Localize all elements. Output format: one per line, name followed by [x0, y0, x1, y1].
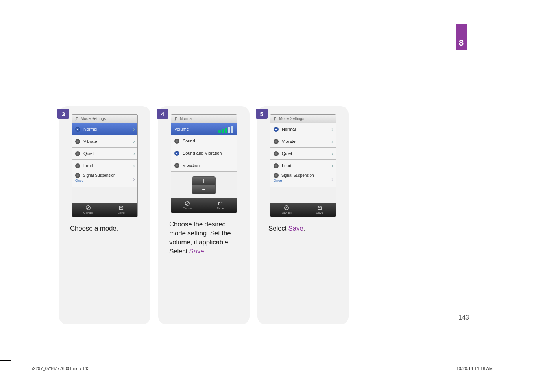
button-label: Save — [316, 211, 323, 214]
phone-header: Normal — [171, 115, 237, 123]
radio-icon — [75, 151, 80, 156]
save-button[interactable]: Save — [105, 203, 138, 217]
page-number: 143 — [458, 314, 469, 321]
radio-icon — [274, 127, 279, 132]
step-badge: 3 — [57, 109, 69, 119]
note-icon — [74, 116, 79, 121]
radio-icon — [75, 139, 80, 144]
chevron-right-icon: › — [133, 163, 135, 169]
phone-title: Mode Settings — [279, 116, 304, 121]
option-row-vibration[interactable]: Vibration — [171, 159, 237, 172]
mode-row-loud[interactable]: Loud › — [270, 160, 336, 172]
button-label: Cancel — [83, 211, 93, 214]
radio-icon — [174, 163, 179, 168]
footer-right: 10/20/14 11:18 AM — [457, 366, 493, 371]
step-caption: Choose a mode. — [70, 224, 139, 233]
button-label: Save — [217, 207, 224, 210]
mode-row-normal[interactable]: Normal › — [72, 123, 137, 135]
note-icon — [174, 116, 178, 121]
row-label: Normal — [282, 127, 296, 131]
row-label: Signal Suspension — [83, 173, 116, 178]
cancel-button[interactable]: Cancel — [72, 203, 105, 217]
cancel-button[interactable]: Cancel — [171, 198, 204, 213]
chevron-right-icon: › — [133, 176, 135, 182]
phone-header: Mode Settings — [270, 115, 336, 123]
row-label: Quiet — [282, 151, 292, 156]
crop-mark — [22, 361, 22, 372]
phone-footer: Cancel Save — [270, 203, 336, 217]
chevron-right-icon: › — [331, 126, 333, 132]
step-card-3: 3 Mode Settings Normal › Vibrate › Quiet… — [59, 106, 150, 324]
save-icon — [218, 201, 223, 206]
phone-screenshot: Mode Settings Normal › Vibrate › Quiet ›… — [72, 114, 138, 217]
phone-title: Mode Settings — [81, 116, 106, 121]
print-footer: 52297_07167776001.indb 143 10/20/14 11:1… — [31, 366, 493, 371]
chevron-right-icon: › — [133, 126, 135, 132]
row-label: Vibrate — [83, 139, 97, 144]
chevron-right-icon: › — [331, 176, 333, 182]
save-button[interactable]: Save — [204, 198, 237, 213]
caption-accent: Save — [288, 225, 303, 232]
row-label: Quiet — [83, 151, 94, 156]
button-label: Cancel — [183, 207, 192, 210]
note-icon — [273, 116, 277, 121]
mode-row-vibrate[interactable]: Vibrate › — [72, 135, 137, 148]
mode-row-normal[interactable]: Normal › — [270, 123, 336, 135]
row-label: Vibration — [183, 163, 200, 168]
row-label: Loud — [83, 163, 93, 168]
step-card-5: 5 Mode Settings Normal › Vibrate › Quiet… — [257, 106, 349, 324]
row-label: Sound — [183, 139, 195, 143]
mode-row-quiet[interactable]: Quiet › — [72, 148, 137, 160]
volume-row[interactable]: Volume — [171, 123, 237, 135]
plus-button[interactable]: + — [192, 177, 215, 185]
row-label: Signal Suspension — [281, 173, 314, 178]
mode-row-signal-suspension[interactable]: Signal Suspension Once › — [270, 172, 336, 187]
row-label: Sound and Vibration — [183, 151, 222, 155]
radio-icon — [274, 151, 279, 156]
caption-text: Select — [268, 225, 288, 232]
blank-area — [72, 187, 137, 203]
cancel-icon — [284, 205, 289, 211]
row-label: Vibrate — [282, 139, 296, 144]
row-label: Normal — [83, 127, 97, 131]
caption-accent: Save — [189, 248, 204, 255]
phone-title: Normal — [180, 116, 192, 121]
option-row-sound-and-vibration[interactable]: Sound and Vibration — [171, 147, 237, 159]
phone-screenshot: Mode Settings Normal › Vibrate › Quiet ›… — [270, 114, 336, 217]
svg-line-3 — [186, 202, 189, 205]
row-sublabel: Once — [274, 179, 282, 183]
radio-icon — [75, 127, 80, 132]
caption-text: . — [303, 225, 305, 232]
caption-text: . — [204, 248, 206, 255]
row-label: Loud — [282, 163, 291, 168]
chevron-right-icon: › — [133, 150, 135, 157]
svg-line-5 — [285, 207, 288, 209]
chevron-right-icon: › — [133, 138, 135, 144]
phone-footer: Cancel Save — [171, 198, 237, 213]
button-label: Cancel — [282, 211, 292, 214]
footer-left: 52297_07167776001.indb 143 — [31, 366, 89, 371]
chevron-right-icon: › — [331, 163, 333, 169]
volume-label: Volume — [174, 127, 189, 131]
chapter-tab: 8 — [456, 24, 467, 50]
step-caption: Select Save. — [268, 224, 338, 233]
minus-button[interactable]: − — [192, 185, 215, 194]
blank-area — [270, 187, 336, 203]
mode-row-vibrate[interactable]: Vibrate › — [270, 135, 336, 148]
option-row-sound[interactable]: Sound — [171, 135, 237, 147]
volume-stepper[interactable]: + − — [192, 176, 216, 194]
cancel-button[interactable]: Cancel — [270, 203, 303, 217]
phone-screenshot: Normal Volume Sound Sound and Vibration … — [171, 114, 237, 213]
row-sublabel: Once — [75, 179, 84, 183]
save-button[interactable]: Save — [303, 203, 336, 217]
mode-row-quiet[interactable]: Quiet › — [270, 148, 336, 160]
crop-mark — [0, 5, 11, 5]
radio-icon — [274, 173, 279, 178]
step-caption: Choose the desired mode setting. Set the… — [169, 220, 238, 256]
mode-row-signal-suspension[interactable]: Signal Suspension Once › — [72, 172, 137, 187]
mode-row-loud[interactable]: Loud › — [72, 160, 137, 172]
crop-mark — [22, 0, 22, 11]
save-icon — [317, 205, 322, 211]
caption-text: Choose a mode. — [70, 225, 118, 232]
step-badge: 5 — [256, 109, 268, 119]
